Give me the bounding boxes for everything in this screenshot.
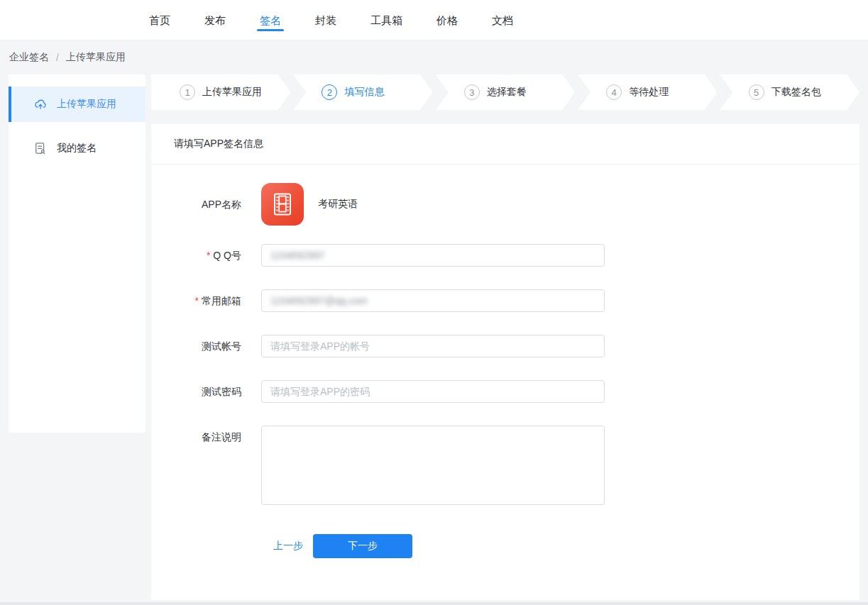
step-number: 1	[180, 84, 195, 100]
nav-item-home[interactable]: 首页	[149, 0, 170, 40]
qq-label: *Q Q号	[151, 244, 241, 267]
sidebar-item-my-signatures[interactable]: 我的签名	[9, 131, 145, 166]
test-password-label: 测试密码	[151, 380, 241, 403]
remark-label: 备注说明	[151, 426, 241, 505]
nav-item-price[interactable]: 价格	[436, 0, 458, 40]
remark-textarea[interactable]	[261, 426, 605, 505]
qq-input[interactable]: 1104692997	[261, 244, 605, 267]
sign-info-form: APP名称	[151, 165, 859, 558]
step-upload-ios-app: 1 上传苹果应用	[151, 74, 290, 110]
film-app-icon	[261, 183, 304, 226]
step-number: 3	[464, 84, 480, 100]
breadcrumb: 企业签名 / 上传苹果应用	[0, 40, 126, 74]
required-star: *	[195, 295, 199, 306]
nav-item-docs[interactable]: 文档	[492, 0, 513, 40]
remark-row: 备注说明	[151, 426, 859, 505]
step-waiting: 4 等待处理	[578, 74, 717, 110]
breadcrumb-upload-ios-app: 上传苹果应用	[66, 51, 126, 64]
prev-step-link[interactable]: 上一步	[273, 540, 303, 553]
nav-item-sign[interactable]: 签名	[260, 0, 281, 40]
qq-value-redacted: 1104692997	[270, 250, 325, 261]
step-choose-plan: 3 选择套餐	[436, 74, 575, 110]
test-password-row: 测试密码	[151, 380, 859, 403]
step-number: 4	[606, 84, 622, 100]
step-wizard: 1 上传苹果应用 2 填写信息 3 选择套餐 4 等待处理 5 下载签名包	[151, 74, 859, 110]
step-number: 5	[749, 84, 764, 100]
top-nav: 首页 发布 签名 封装 工具箱 价格 文档	[0, 0, 868, 40]
step-label: 填写信息	[344, 86, 384, 99]
next-step-button[interactable]: 下一步	[313, 534, 412, 558]
sidebar-item-label: 我的签名	[57, 142, 97, 155]
nav-item-publish[interactable]: 发布	[204, 0, 226, 40]
nav-item-package[interactable]: 封装	[315, 0, 336, 40]
step-download-package: 5 下载签名包	[720, 74, 859, 110]
sidebar: 上传苹果应用 我的签名	[9, 74, 145, 433]
step-label: 等待处理	[629, 86, 669, 99]
email-label: *常用邮箱	[151, 289, 241, 312]
app-name-row: APP名称	[151, 183, 859, 226]
app-name-value: 考研英语	[318, 198, 358, 211]
test-account-input[interactable]	[261, 335, 605, 357]
nav-item-toolbox[interactable]: 工具箱	[370, 0, 402, 40]
test-account-row: 测试帐号	[151, 335, 859, 357]
breadcrumb-separator: /	[56, 52, 59, 63]
step-number: 2	[322, 84, 337, 100]
email-row: *常用邮箱 1104692997@qq.com	[151, 289, 859, 312]
footer-edge	[0, 602, 868, 605]
test-account-label: 测试帐号	[151, 335, 241, 357]
panel-title: 请填写APP签名信息	[151, 124, 859, 165]
sidebar-item-upload-ios-app[interactable]: 上传苹果应用	[9, 87, 145, 122]
required-star: *	[207, 250, 210, 261]
app-name-label: APP名称	[151, 193, 241, 216]
form-buttons: 上一步 下一步	[273, 534, 859, 558]
email-value-redacted: 1104692997@qq.com	[270, 295, 368, 306]
qq-row: *Q Q号 1104692997	[151, 244, 859, 267]
step-label: 下载签名包	[771, 86, 821, 99]
breadcrumb-enterprise-sign[interactable]: 企业签名	[9, 51, 49, 64]
test-password-input[interactable]	[261, 380, 605, 403]
step-fill-info: 2 填写信息	[293, 74, 432, 110]
sign-info-panel: 请填写APP签名信息 APP名称	[151, 124, 859, 600]
email-input[interactable]: 1104692997@qq.com	[261, 289, 605, 312]
step-label: 上传苹果应用	[202, 86, 262, 99]
sidebar-item-label: 上传苹果应用	[57, 98, 116, 111]
main-content: 1 上传苹果应用 2 填写信息 3 选择套餐 4 等待处理 5 下载签名包 请填…	[151, 74, 859, 600]
step-label: 选择套餐	[487, 86, 527, 99]
signature-doc-icon	[33, 140, 48, 156]
cloud-upload-icon	[33, 96, 48, 112]
